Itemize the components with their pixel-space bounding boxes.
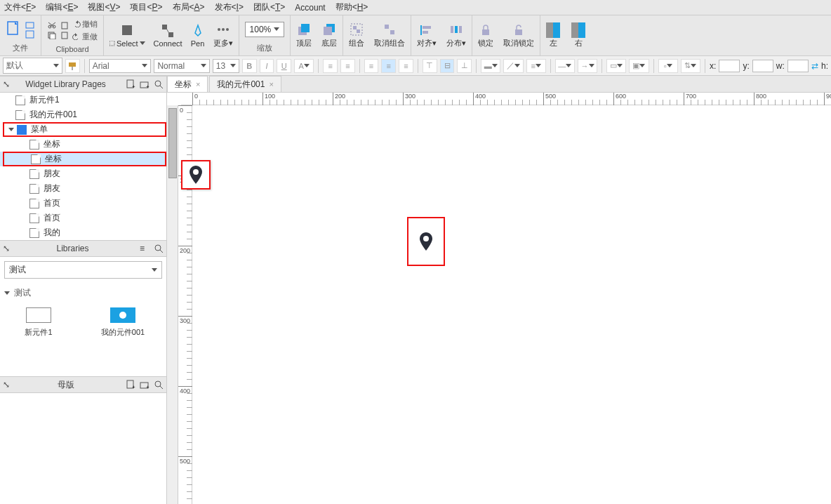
chevron-down-icon (304, 64, 310, 67)
valign-top-button[interactable]: ⊤ (423, 59, 437, 73)
undo-icon[interactable] (72, 20, 81, 27)
add-page-icon[interactable]: + (126, 79, 135, 89)
spacing-button[interactable]: ⇅ (681, 59, 700, 73)
add-folder-icon[interactable]: + (140, 380, 149, 390)
menu-item[interactable]: 文件<F> (4, 1, 36, 13)
menu-item[interactable]: 编辑<E> (46, 1, 78, 13)
close-icon[interactable]: × (196, 80, 200, 88)
tree-row[interactable]: 朋友 (0, 166, 166, 181)
font-value: Arial (93, 61, 109, 71)
tree-row[interactable]: 坐标 (0, 152, 166, 166)
menu-item[interactable]: Account (295, 3, 325, 13)
redo-icon[interactable] (72, 33, 81, 40)
y-field[interactable] (752, 60, 773, 72)
zoom-select[interactable]: 100% (245, 22, 284, 37)
add-folder-icon[interactable]: + (140, 79, 149, 89)
fill-button[interactable]: ▬ (481, 59, 500, 73)
search-icon[interactable] (154, 380, 164, 390)
tree-row[interactable]: 首页 (0, 196, 166, 211)
pin-widget-dragging[interactable] (181, 160, 211, 190)
bold-button[interactable]: B (242, 59, 257, 73)
pin-widget-on-canvas[interactable] (407, 217, 445, 266)
valign-middle-button[interactable]: ⊟ (440, 59, 455, 73)
arrow-button[interactable]: → (578, 59, 597, 73)
new-file-icon (6, 20, 21, 39)
masters-panel-header: ⤡ 母版 + + (0, 376, 166, 393)
search-icon[interactable] (154, 244, 164, 253)
format-painter-button[interactable] (65, 59, 80, 73)
unlock-icon (512, 22, 526, 38)
link-wh-icon[interactable]: ⇄ (811, 61, 818, 71)
text-color-button[interactable]: A (294, 59, 314, 73)
add-master-icon[interactable]: + (126, 380, 135, 390)
menu-item[interactable]: 发布<I> (215, 1, 244, 13)
file-group[interactable]: 文件 (0, 15, 41, 55)
x-field[interactable] (719, 60, 740, 72)
collapse-icon[interactable]: ⤡ (3, 244, 10, 253)
document-tab[interactable]: 我的元件001× (209, 76, 281, 92)
group-icon (350, 22, 364, 38)
tree-row[interactable]: 首页 (0, 211, 166, 225)
expand-icon[interactable] (8, 126, 15, 133)
aligndist-group[interactable]: 对齐▾ 分布▾ (411, 15, 472, 55)
tree-row[interactable]: 我的元件001 (0, 107, 166, 122)
align-right-button[interactable]: ≡ (399, 59, 413, 73)
line-style-button[interactable]: ― (555, 59, 575, 73)
location-pin-icon (418, 232, 434, 251)
inner-border-button[interactable]: ▣ (629, 59, 649, 73)
scroll-thumb[interactable] (168, 108, 177, 178)
menu-item[interactable]: 项目<P> (130, 1, 162, 13)
tree-row[interactable]: 朋友 (0, 181, 166, 196)
tree-row[interactable]: 菜单 (0, 122, 166, 137)
close-icon[interactable]: × (269, 80, 273, 88)
tree-row[interactable]: 新元件1 (0, 93, 166, 107)
zoom-group[interactable]: 100% 缩放 (239, 15, 291, 55)
menu-item[interactable]: 团队<T> (253, 1, 285, 13)
menu-item[interactable]: 帮助<H> (335, 1, 368, 13)
valign-bottom-button[interactable]: ⊥ (457, 59, 472, 73)
align-center-button[interactable]: ≡ (381, 59, 396, 73)
svg-line-40 (160, 86, 163, 88)
bullets-button[interactable]: ≡ (323, 59, 338, 73)
vertical-scrollbar[interactable] (167, 105, 178, 504)
library-select[interactable]: 测试 (4, 261, 162, 279)
group-group[interactable]: 组合 取消组合 (343, 15, 411, 55)
tree-label: 坐标 (44, 138, 60, 150)
search-icon[interactable] (154, 79, 164, 89)
library-category[interactable]: 测试 (4, 284, 162, 302)
collapse-icon[interactable]: ⤡ (3, 79, 10, 89)
underline-button[interactable]: U (277, 59, 291, 73)
tree-row[interactable]: 坐标 (0, 137, 166, 152)
libraries-panel-header: ⤡ Libraries ≡ (0, 240, 166, 257)
line-width-button[interactable]: ≡ (526, 59, 546, 73)
padding-button[interactable]: ▫ (658, 59, 678, 73)
lock-group[interactable]: 锁定 取消锁定 (472, 15, 540, 55)
collapse-icon[interactable]: ⤡ (3, 380, 10, 390)
tree-row[interactable]: 我的 (0, 225, 166, 240)
tree-label: 朋友 (44, 183, 60, 194)
zoom-value: 100% (250, 25, 272, 34)
size-select[interactable]: 13 (213, 59, 239, 73)
font-select[interactable]: Arial (89, 59, 152, 73)
library-item[interactable]: 新元件1 (7, 307, 70, 338)
document-tab[interactable]: 坐标× (167, 76, 208, 92)
menu-item[interactable]: 布局<A> (173, 1, 205, 13)
order-group[interactable]: 顶层 底层 (291, 15, 343, 55)
outer-border-button[interactable]: ▭ (606, 59, 626, 73)
select-group[interactable]: Select Connect Pen 更多▾ (104, 15, 239, 55)
style-select[interactable]: 默认 (3, 58, 62, 74)
w-field[interactable] (787, 60, 809, 72)
menu-item[interactable]: 视图<V> (88, 1, 120, 13)
italic-button[interactable]: I (260, 59, 274, 73)
numbered-button[interactable]: ≡ (340, 59, 355, 73)
masters-title: 母版 (10, 379, 121, 391)
more-label: 更多▾ (213, 38, 233, 48)
weight-select[interactable]: Normal (154, 59, 209, 73)
canvas[interactable] (192, 105, 831, 504)
menu-icon[interactable]: ≡ (140, 244, 149, 253)
align-left-button[interactable]: ≡ (364, 59, 379, 73)
line-color-button[interactable]: ／ (503, 59, 523, 73)
library-item[interactable]: 我的元件001 (91, 307, 154, 338)
clipboard-group[interactable]: 撤销 重做 Clipboard (41, 15, 104, 55)
leftright-group[interactable]: 左 右 (540, 15, 592, 55)
